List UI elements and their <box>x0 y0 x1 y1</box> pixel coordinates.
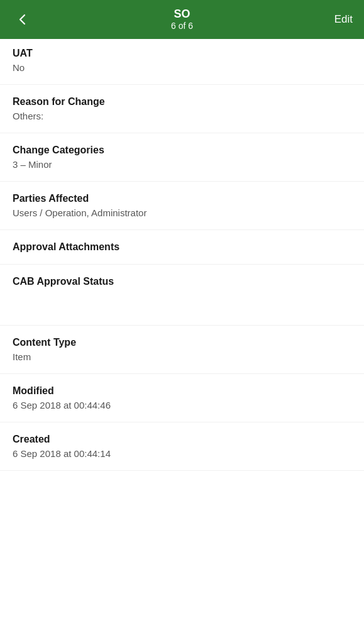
header-subtitle: 6 of 6 <box>171 21 193 31</box>
field-cab-approval-status: CAB Approval Status <box>0 265 364 326</box>
field-parties-affected-label: Parties Affected <box>13 193 351 204</box>
field-content-type-label: Content Type <box>13 337 351 348</box>
field-reason-for-change-label: Reason for Change <box>13 96 351 107</box>
field-change-categories-label: Change Categories <box>13 145 351 156</box>
field-modified-value: 6 Sep 2018 at 00:44:46 <box>13 400 351 410</box>
field-approval-attachments-label: Approval Attachments <box>13 241 351 253</box>
header-title: SO 6 of 6 <box>171 8 193 31</box>
field-cab-approval-status-label: CAB Approval Status <box>13 276 351 287</box>
field-uat-label: UAT <box>13 48 351 59</box>
field-content-type: Content Type Item <box>0 326 364 374</box>
field-created-value: 6 Sep 2018 at 00:44:14 <box>13 448 351 459</box>
field-reason-for-change-value: Others: <box>13 111 351 121</box>
field-change-categories-value: 3 – Minor <box>13 159 351 170</box>
field-created: Created 6 Sep 2018 at 00:44:14 <box>0 422 364 471</box>
header-title-main: SO <box>171 8 193 21</box>
field-uat-value: No <box>13 62 351 73</box>
back-button[interactable] <box>11 8 34 31</box>
field-modified: Modified 6 Sep 2018 at 00:44:46 <box>0 374 364 422</box>
field-modified-label: Modified <box>13 385 351 397</box>
field-approval-attachments: Approval Attachments <box>0 230 364 265</box>
field-parties-affected-value: Users / Operation, Administrator <box>13 207 351 218</box>
header: SO 6 of 6 Edit <box>0 0 364 39</box>
field-content-type-value: Item <box>13 351 351 362</box>
field-parties-affected: Parties Affected Users / Operation, Admi… <box>0 182 364 230</box>
edit-button[interactable]: Edit <box>334 13 353 26</box>
field-created-label: Created <box>13 434 351 445</box>
field-reason-for-change: Reason for Change Others: <box>0 85 364 133</box>
content: UAT No Reason for Change Others: Change … <box>0 39 364 471</box>
field-uat: UAT No <box>0 39 364 85</box>
field-change-categories: Change Categories 3 – Minor <box>0 133 364 182</box>
